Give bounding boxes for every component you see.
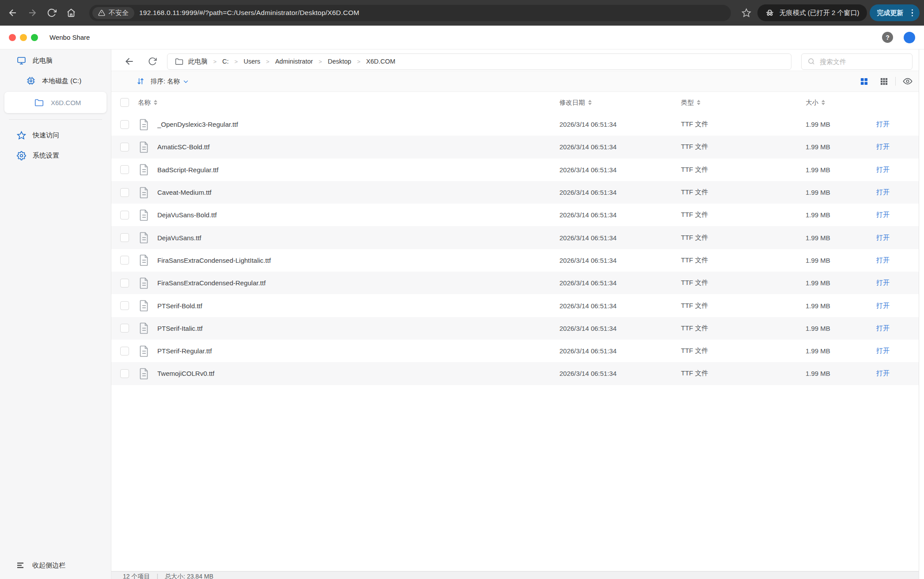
table-row[interactable]: DejaVuSans.ttf 2026/3/14 06:51:34 TTF 文件… [111,226,924,249]
search-box[interactable] [801,53,913,70]
table-row[interactable]: BadScript-Regular.ttf 2026/3/14 06:51:34… [111,159,924,181]
help-button[interactable]: ? [882,32,893,43]
sort-label[interactable]: 排序: 名称 [151,77,180,86]
table-row[interactable]: AmaticSC-Bold.ttf 2026/3/14 06:51:34 TTF… [111,136,924,158]
open-file-button[interactable]: 打开 [876,324,890,332]
breadcrumb-segment[interactable]: Administrator [275,58,313,65]
file-icon [138,163,157,176]
table-row[interactable]: DejaVuSans-Bold.ttf 2026/3/14 06:51:34 T… [111,204,924,226]
row-checkbox[interactable] [120,120,129,129]
open-file-button[interactable]: 打开 [876,188,890,196]
browser-menu-icon[interactable] [909,8,916,19]
sidebar-item-system-settings[interactable]: 系统设置 [0,145,111,166]
table-row[interactable]: PTSerif-Regular.ttf 2026/3/14 06:51:34 T… [111,340,924,362]
open-file-button[interactable]: 打开 [876,347,890,354]
row-checkbox[interactable] [120,369,129,378]
collapse-sidebar-button[interactable]: 收起侧边栏 [0,555,111,575]
warning-triangle-icon [98,9,105,16]
row-checkbox[interactable] [120,165,129,174]
open-file-button[interactable]: 打开 [876,143,890,150]
browser-forward-button[interactable] [24,4,41,21]
row-checkbox[interactable] [120,211,129,219]
table-row[interactable]: FiraSansExtraCondensed-Regular.ttf 2026/… [111,272,924,294]
nav-back-button[interactable] [124,56,135,67]
sort-toggle-icon[interactable] [821,100,825,105]
row-checkbox[interactable] [120,301,129,310]
security-chip[interactable]: 不安全 [92,7,134,19]
sidebar-item-x6d-com-selected[interactable]: X6D.COM [4,92,106,113]
column-header-name[interactable]: 名称 [138,98,559,107]
browser-back-button[interactable] [4,4,21,21]
column-header-type[interactable]: 类型 [681,98,806,107]
address-bar[interactable]: 不安全 192.168.0.11:9999/#/?path=C:/Users/A… [89,5,731,21]
column-header-size[interactable]: 大小 [806,98,876,107]
open-file-button[interactable]: 打开 [876,256,890,264]
avatar[interactable] [904,32,915,43]
sidebar-item-label: 本地磁盘 (C:) [42,77,81,85]
back-arrow-icon [8,8,18,18]
open-file-button[interactable]: 打开 [876,120,890,128]
nav-refresh-button[interactable] [148,57,157,66]
browser-home-button[interactable] [63,4,80,21]
table-row[interactable]: FiraSansExtraCondensed-LightItalic.ttf 2… [111,249,924,272]
minimize-window-button[interactable] [20,34,27,41]
row-checkbox[interactable] [120,324,129,333]
file-size: 1.99 MB [806,347,876,355]
table-row[interactable]: PTSerif-Italic.ttf 2026/3/14 06:51:34 TT… [111,317,924,340]
breadcrumb[interactable]: 此电脑> C:> Users> Administrator> Desktop> … [167,53,791,70]
sort-toggle-icon[interactable] [697,100,700,105]
scrollbar-gutter[interactable] [919,49,924,579]
table-row[interactable]: TwemojiCOLRv0.ttf 2026/3/14 06:51:34 TTF… [111,362,924,385]
bookmark-button[interactable] [738,4,755,21]
row-checkbox[interactable] [120,279,129,288]
star-outline-icon [741,8,751,18]
file-size: 1.99 MB [806,325,876,332]
sidebar-item-local-disk-c[interactable]: 本地磁盘 (C:) [0,71,111,91]
row-checkbox[interactable] [120,143,129,151]
close-window-button[interactable] [9,34,16,41]
breadcrumb-segment[interactable]: Desktop [328,58,351,65]
chevron-down-icon[interactable] [183,78,189,85]
row-checkbox[interactable] [120,256,129,265]
breadcrumb-segment[interactable]: 此电脑 [188,57,208,66]
row-checkbox[interactable] [120,347,129,356]
browser-refresh-button[interactable] [43,4,60,21]
sort-toggle-icon[interactable] [588,100,592,105]
open-file-button[interactable]: 打开 [876,302,890,309]
column-header-date[interactable]: 修改日期 [559,98,681,107]
file-size: 1.99 MB [806,257,876,264]
open-file-button[interactable]: 打开 [876,279,890,286]
sidebar: 此电脑 本地磁盘 (C:) X6D.COM 快速访问 系统设置 收起侧边栏 [0,49,111,579]
view-large-icons-button[interactable] [860,77,868,86]
table-row[interactable]: Caveat-Medium.ttf 2026/3/14 06:51:34 TTF… [111,181,924,204]
sidebar-item-quick-access[interactable]: 快速访问 [0,125,111,145]
sidebar-divider [9,119,102,120]
search-input[interactable] [820,58,906,65]
finish-update-button[interactable]: 完成更新 [870,4,920,21]
status-divider: | [156,573,158,579]
select-all-checkbox[interactable] [120,98,129,107]
row-checkbox[interactable] [120,188,129,197]
preview-toggle-button[interactable] [903,76,913,86]
open-file-button[interactable]: 打开 [876,369,890,377]
breadcrumb-separator: > [234,58,239,65]
incognito-label: 无痕模式 (已打开 2 个窗口) [780,9,859,17]
sidebar-item-this-pc[interactable]: 此电脑 [0,50,111,71]
row-checkbox[interactable] [120,233,129,242]
open-file-button[interactable]: 打开 [876,166,890,173]
breadcrumb-segment[interactable]: Users [243,58,260,65]
sidebar-item-label: X6D.COM [51,99,81,106]
file-date: 2026/3/14 06:51:34 [559,370,681,377]
incognito-badge: 无痕模式 (已打开 2 个窗口) [757,4,867,21]
open-file-button[interactable]: 打开 [876,211,890,218]
file-date: 2026/3/14 06:51:34 [559,257,681,264]
breadcrumb-segment[interactable]: C: [222,58,229,65]
sort-toggle-icon[interactable] [154,100,157,105]
maximize-window-button[interactable] [31,34,38,41]
refresh-icon [148,57,157,66]
table-row[interactable]: PTSerif-Bold.ttf 2026/3/14 06:51:34 TTF … [111,294,924,317]
open-file-button[interactable]: 打开 [876,234,890,241]
table-row[interactable]: _OpenDyslexic3-Regular.ttf 2026/3/14 06:… [111,113,924,136]
breadcrumb-segment[interactable]: X6D.COM [366,58,395,65]
view-small-icons-button[interactable] [880,77,888,86]
